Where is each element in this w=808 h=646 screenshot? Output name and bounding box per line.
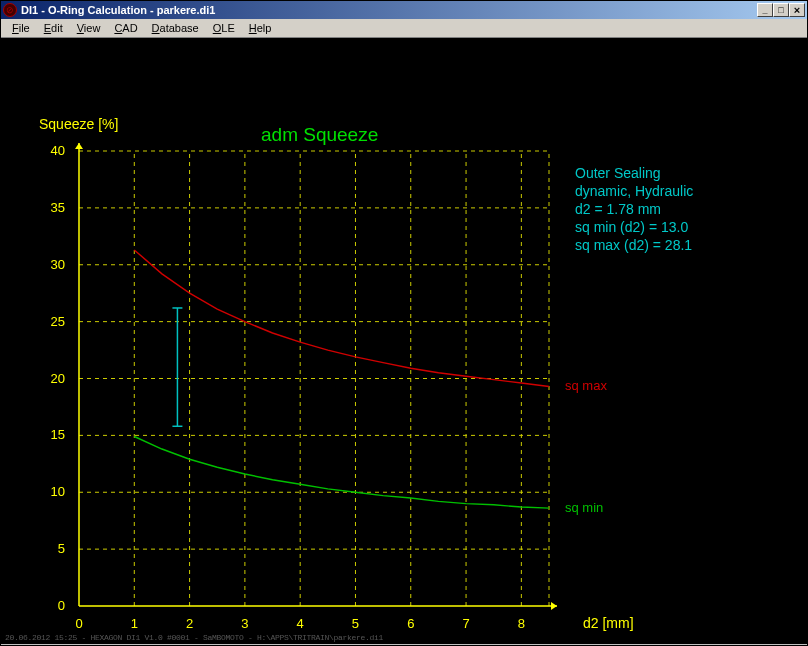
chart-svg: 0510152025303540012345678Squeeze [%]d2 […: [1, 38, 807, 634]
x-axis-arrow: [551, 602, 557, 610]
window-controls: _ □ ×: [757, 3, 805, 17]
app-icon: ⊘: [3, 3, 17, 17]
menu-database[interactable]: Database: [145, 20, 206, 36]
y-tick-label: 5: [58, 541, 65, 556]
y-tick-label: 20: [51, 371, 65, 386]
y-axis-label: Squeeze [%]: [39, 116, 118, 132]
y-tick-label: 15: [51, 427, 65, 442]
y-axis-arrow: [75, 143, 83, 149]
x-axis-label: d2 [mm]: [583, 615, 634, 631]
x-tick-label: 5: [352, 616, 359, 631]
menu-help[interactable]: Help: [242, 20, 279, 36]
chart-title: adm Squeeze: [261, 124, 378, 145]
series-label-sqmin: sq min: [565, 500, 603, 515]
x-tick-label: 1: [131, 616, 138, 631]
chart-info-line: d2 = 1.78 mm: [575, 201, 661, 217]
series-sq-min: [134, 437, 549, 509]
close-button[interactable]: ×: [789, 3, 805, 17]
y-tick-label: 35: [51, 200, 65, 215]
chart-info-line: dynamic, Hydraulic: [575, 183, 693, 199]
x-tick-label: 3: [241, 616, 248, 631]
x-tick-label: 2: [186, 616, 193, 631]
window-title: DI1 - O-Ring Calculation - parkere.di1: [21, 4, 757, 16]
chart-info-line: Outer Sealing: [575, 165, 661, 181]
chart-info-line: sq min (d2) = 13.0: [575, 219, 688, 235]
menu-bar: File Edit View CAD Database OLE Help: [1, 19, 807, 38]
y-tick-label: 40: [51, 143, 65, 158]
chart-canvas: 0510152025303540012345678Squeeze [%]d2 […: [1, 38, 807, 644]
menu-edit[interactable]: Edit: [37, 20, 70, 36]
x-tick-label: 4: [297, 616, 304, 631]
menu-cad[interactable]: CAD: [107, 20, 144, 36]
y-tick-label: 0: [58, 598, 65, 613]
series-label-sqmax: sq max: [565, 378, 607, 393]
menu-file[interactable]: File: [5, 20, 37, 36]
menu-view[interactable]: View: [70, 20, 108, 36]
x-tick-label: 7: [462, 616, 469, 631]
chart-info-line: sq max (d2) = 28.1: [575, 237, 692, 253]
menu-ole[interactable]: OLE: [206, 20, 242, 36]
maximize-button[interactable]: □: [773, 3, 789, 17]
x-tick-label: 6: [407, 616, 414, 631]
x-tick-label: 8: [518, 616, 525, 631]
window-titlebar: ⊘ DI1 - O-Ring Calculation - parkere.di1…: [1, 1, 807, 19]
x-tick-label: 0: [75, 616, 82, 631]
y-tick-label: 30: [51, 257, 65, 272]
status-footer: 20.06.2012 15:25 - HEXAGON DI1 V1.0 #000…: [5, 633, 383, 642]
y-tick-label: 10: [51, 484, 65, 499]
minimize-button[interactable]: _: [757, 3, 773, 17]
y-tick-label: 25: [51, 314, 65, 329]
series-sq-max: [134, 250, 549, 387]
